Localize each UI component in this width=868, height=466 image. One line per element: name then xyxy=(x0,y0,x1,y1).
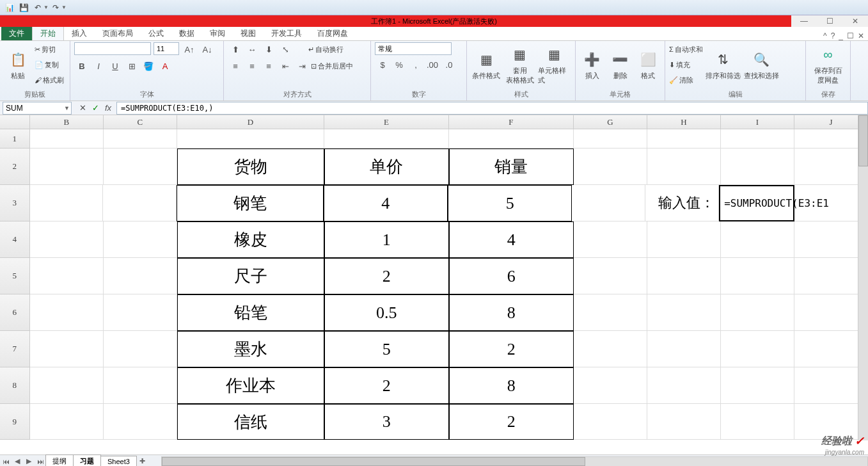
row-header-1[interactable]: 1 xyxy=(0,129,30,149)
cell-E3[interactable]: 4 xyxy=(324,185,448,221)
cell-I6[interactable] xyxy=(721,294,794,331)
row-header-4[interactable]: 4 xyxy=(0,221,30,258)
tab-view[interactable]: 视图 xyxy=(233,26,264,40)
col-header-J[interactable]: J xyxy=(794,115,868,129)
cell-E5[interactable]: 2 xyxy=(324,258,449,294)
cell-I4[interactable] xyxy=(721,221,794,258)
cell-F2[interactable]: 销量 xyxy=(449,149,574,185)
formula-input[interactable]: =SUMPRODUCT(E3:E10,) xyxy=(116,102,868,115)
cell-B6[interactable] xyxy=(30,294,104,331)
col-header-B[interactable]: B xyxy=(30,115,104,129)
find-select-button[interactable]: 🔍查找和选择 xyxy=(744,42,780,87)
cell-I1[interactable] xyxy=(721,129,794,149)
cell-B2[interactable] xyxy=(30,149,104,185)
sheet-tab-2[interactable]: Sheet3 xyxy=(100,456,137,467)
cell-I8[interactable] xyxy=(721,367,794,404)
cell-B5[interactable] xyxy=(30,258,104,294)
formula-enter-button[interactable]: ✓ xyxy=(90,102,101,114)
row-header-8[interactable]: 8 xyxy=(0,367,30,404)
cell-C3[interactable] xyxy=(103,185,177,221)
cell-B8[interactable] xyxy=(30,367,104,404)
row-header-9[interactable]: 9 xyxy=(0,404,30,440)
cell-E2[interactable]: 单价 xyxy=(324,149,449,185)
sort-filter-button[interactable]: ⇅排序和筛选 xyxy=(706,42,741,87)
cell-G1[interactable] xyxy=(574,129,647,149)
help-button[interactable]: ? xyxy=(831,31,835,40)
cell-D8[interactable]: 作业本 xyxy=(177,367,324,404)
cell-F9[interactable]: 2 xyxy=(449,404,574,440)
cell-D3[interactable]: 钢笔 xyxy=(177,185,323,221)
undo-button[interactable]: ↶ xyxy=(31,1,44,14)
font-size-select[interactable]: 11 xyxy=(154,42,179,55)
align-top-button[interactable]: ⬆ xyxy=(228,42,243,56)
fill-button[interactable]: ⬇填充 xyxy=(669,58,703,72)
table-format-button[interactable]: ▦套用 表格格式 xyxy=(504,42,535,87)
increase-font-button[interactable]: A↑ xyxy=(182,42,197,56)
tab-developer[interactable]: 开发工具 xyxy=(264,26,310,40)
cell-F4[interactable]: 4 xyxy=(449,221,574,258)
cell-D5[interactable]: 尺子 xyxy=(177,258,324,294)
merge-button[interactable]: ⊡合并后居中 xyxy=(311,59,353,73)
tab-formulas[interactable]: 公式 xyxy=(141,26,171,40)
cell-E6[interactable]: 0.5 xyxy=(324,294,449,331)
cell-E9[interactable]: 3 xyxy=(324,404,449,440)
sheet-nav-prev[interactable]: ◀ xyxy=(12,456,23,467)
insert-cells-button[interactable]: ➕插入 xyxy=(580,42,605,87)
cell-G4[interactable] xyxy=(574,221,647,258)
cell-F3[interactable]: 5 xyxy=(448,185,572,221)
horizontal-scrollbar[interactable] xyxy=(161,456,868,467)
minimize-button[interactable]: — xyxy=(791,15,817,27)
cell-style-button[interactable]: ▦单元格样式 xyxy=(538,42,571,87)
bold-button[interactable]: B xyxy=(74,59,90,73)
row-header-7[interactable]: 7 xyxy=(0,331,30,367)
cell-E7[interactable]: 5 xyxy=(324,331,449,367)
format-cells-button[interactable]: ⬜格式 xyxy=(635,42,661,87)
cell-G2[interactable] xyxy=(574,149,647,185)
maximize-button[interactable]: ☐ xyxy=(817,15,842,27)
cell-C1[interactable] xyxy=(104,129,177,149)
cell-F6[interactable]: 8 xyxy=(449,294,574,331)
cell-C5[interactable] xyxy=(104,258,177,294)
cell-G6[interactable] xyxy=(574,294,647,331)
align-right-button[interactable]: ≡ xyxy=(261,59,276,73)
cell-H7[interactable] xyxy=(647,331,721,367)
cell-E1[interactable] xyxy=(324,129,449,149)
cell-J6[interactable] xyxy=(794,294,868,331)
cell-E4[interactable]: 1 xyxy=(324,221,449,258)
cell-D6[interactable]: 铅笔 xyxy=(177,294,324,331)
align-center-button[interactable]: ≡ xyxy=(244,59,260,73)
tab-page-layout[interactable]: 页面布局 xyxy=(95,26,141,40)
cell-C4[interactable] xyxy=(104,221,177,258)
cell-B3[interactable] xyxy=(30,185,104,221)
row-header-6[interactable]: 6 xyxy=(0,294,30,331)
percent-button[interactable]: % xyxy=(391,58,407,72)
col-header-I[interactable]: I xyxy=(721,115,794,129)
cell-J4[interactable] xyxy=(794,221,868,258)
col-header-D[interactable]: D xyxy=(177,115,324,129)
qat-customize[interactable]: ▼ xyxy=(61,4,67,10)
col-header-F[interactable]: F xyxy=(449,115,574,129)
cell-C6[interactable] xyxy=(104,294,177,331)
cell-C7[interactable] xyxy=(104,331,177,367)
cell-H8[interactable] xyxy=(647,367,721,404)
wrap-text-button[interactable]: ↵自动换行 xyxy=(308,42,343,56)
cell-B1[interactable] xyxy=(30,129,104,149)
cell-J5[interactable] xyxy=(794,258,868,294)
fill-color-button[interactable]: 🪣 xyxy=(141,59,156,73)
align-middle-button[interactable]: ↔ xyxy=(244,42,260,56)
cell-B9[interactable] xyxy=(30,404,104,440)
sheet-nav-last[interactable]: ⏭ xyxy=(35,456,46,467)
col-header-C[interactable]: C xyxy=(104,115,177,129)
baidu-save-button[interactable]: ∞保存到百 度网盘 xyxy=(810,42,846,87)
cell-H5[interactable] xyxy=(647,258,721,294)
cell-D1[interactable] xyxy=(177,129,324,149)
tab-home[interactable]: 开始 xyxy=(32,26,64,40)
cell-I9[interactable] xyxy=(721,404,794,440)
sheet-nav-next[interactable]: ▶ xyxy=(23,456,35,467)
row-header-2[interactable]: 2 xyxy=(0,149,30,185)
cell-F1[interactable] xyxy=(449,129,574,149)
cell-G9[interactable] xyxy=(574,404,647,440)
conditional-format-button[interactable]: ▦条件格式 xyxy=(471,42,501,87)
increase-indent-button[interactable]: ⇥ xyxy=(294,59,310,73)
col-header-H[interactable]: H xyxy=(647,115,721,129)
